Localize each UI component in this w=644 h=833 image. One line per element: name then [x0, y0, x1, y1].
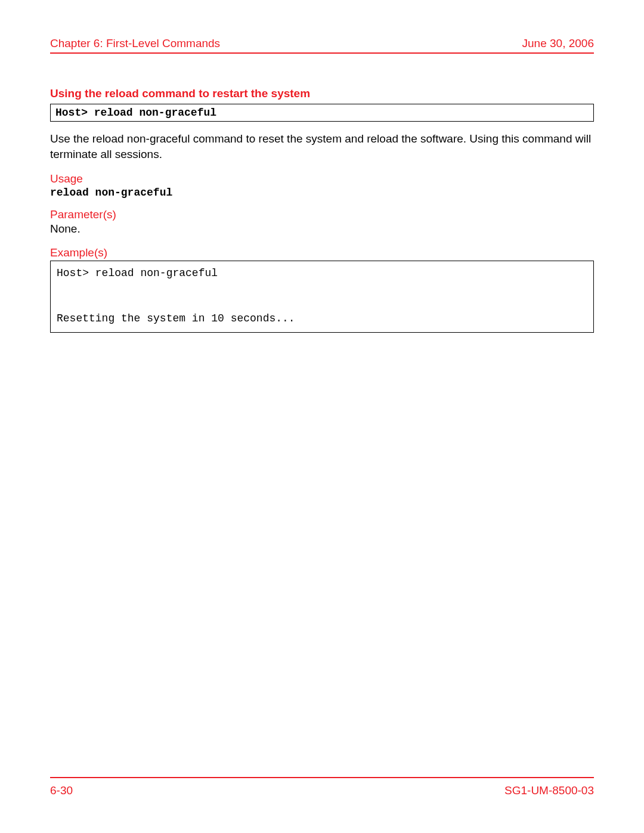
header-chapter: Chapter 6: First-Level Commands [50, 37, 220, 50]
page-container: Chapter 6: First-Level Commands June 30,… [50, 37, 594, 797]
header-date: June 30, 2006 [522, 37, 594, 50]
section-description: Use the reload non-graceful command to r… [50, 131, 594, 162]
parameters-value: None. [50, 222, 594, 236]
footer-page-number: 6-30 [50, 784, 73, 797]
command-syntax-box: Host> reload non-graceful [50, 104, 594, 122]
usage-code: reload non-graceful [50, 187, 594, 199]
section-title: Using the reload command to restart the … [50, 87, 594, 100]
page-footer: 6-30 SG1-UM-8500-03 [50, 777, 594, 797]
example-output-box: Host> reload non-graceful Resetting the … [50, 261, 594, 333]
parameters-heading: Parameter(s) [50, 208, 594, 221]
examples-heading: Example(s) [50, 246, 594, 259]
footer-doc-id: SG1-UM-8500-03 [504, 784, 594, 797]
usage-heading: Usage [50, 172, 594, 185]
page-header: Chapter 6: First-Level Commands June 30,… [50, 37, 594, 54]
